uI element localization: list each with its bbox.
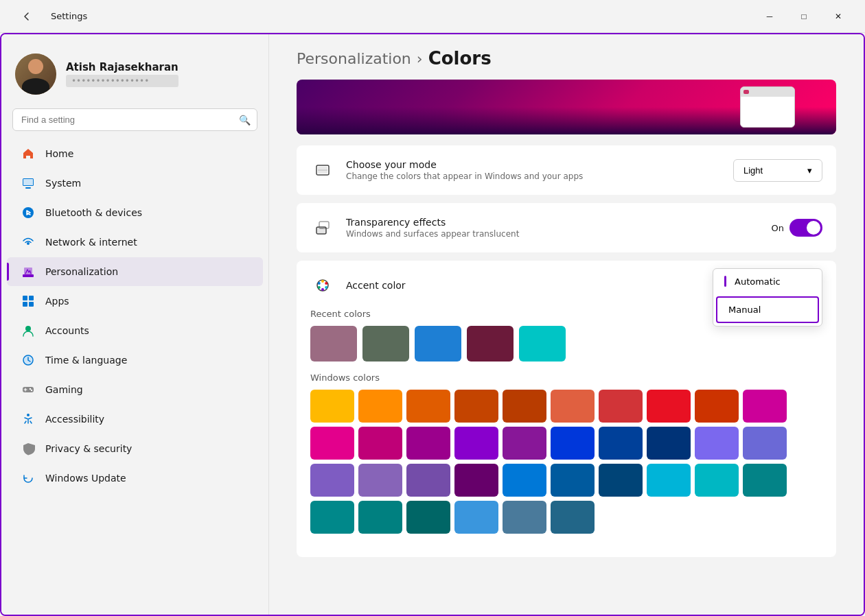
win-swatch-7[interactable] xyxy=(647,390,691,423)
svg-point-10 xyxy=(25,326,31,331)
page-header: Personalization › Colors xyxy=(269,34,864,80)
transparency-toggle[interactable] xyxy=(789,219,822,237)
win-swatch-13[interactable] xyxy=(454,427,498,460)
win-swatch-19[interactable] xyxy=(743,427,787,460)
win-swatch-34[interactable] xyxy=(503,501,546,534)
minimize-button[interactable]: ─ xyxy=(754,5,785,27)
recent-swatch-0[interactable] xyxy=(310,326,357,362)
win-swatch-5[interactable] xyxy=(551,390,595,423)
windows-colors-section: Windows colors xyxy=(310,372,822,534)
sidebar-item-label-update: Windows Update xyxy=(45,473,126,484)
win-swatch-10[interactable] xyxy=(310,427,354,460)
recent-swatch-1[interactable] xyxy=(362,326,409,362)
win-swatch-12[interactable] xyxy=(406,427,450,460)
win-swatch-35[interactable] xyxy=(551,501,595,534)
svg-point-14 xyxy=(31,390,32,391)
win-swatch-30[interactable] xyxy=(310,501,354,534)
sidebar-item-label-accounts: Accounts xyxy=(45,325,89,336)
update-icon xyxy=(21,471,36,486)
theme-preview xyxy=(297,80,836,134)
sidebar-item-accounts[interactable]: Accounts xyxy=(7,316,263,345)
toggle-label: On xyxy=(772,223,784,233)
win-swatch-22[interactable] xyxy=(406,464,450,497)
sidebar-item-privacy[interactable]: Privacy & security xyxy=(7,434,263,463)
sidebar-item-label-system: System xyxy=(45,178,81,189)
recent-colors-grid xyxy=(310,326,822,362)
win-swatch-8[interactable] xyxy=(695,390,739,423)
time-icon xyxy=(21,353,36,368)
win-swatch-18[interactable] xyxy=(695,427,739,460)
dropdown-indicator xyxy=(724,276,726,287)
privacy-icon xyxy=(21,441,36,456)
svg-rect-1 xyxy=(25,187,31,189)
win-swatch-29[interactable] xyxy=(743,464,787,497)
sidebar-item-gaming[interactable]: Gaming xyxy=(7,375,263,404)
win-swatch-27[interactable] xyxy=(647,464,691,497)
accent-option-automatic[interactable]: Automatic xyxy=(713,269,822,294)
win-swatch-17[interactable] xyxy=(647,427,691,460)
win-swatch-14[interactable] xyxy=(503,427,546,460)
win-swatch-3[interactable] xyxy=(454,390,498,423)
svg-point-27 xyxy=(318,286,321,289)
win-swatch-23[interactable] xyxy=(454,464,498,497)
win-swatch-15[interactable] xyxy=(551,427,595,460)
title-bar-controls: ─ □ ✕ xyxy=(754,5,854,27)
user-profile[interactable]: Atish Rajasekharan •••••••••••••••• xyxy=(1,45,268,108)
sidebar-item-label-accessibility: Accessibility xyxy=(45,414,104,425)
back-button[interactable] xyxy=(11,5,43,27)
system-icon xyxy=(21,176,36,191)
win-swatch-6[interactable] xyxy=(599,390,643,423)
mode-dropdown[interactable]: Light ▾ xyxy=(733,159,822,182)
win-swatch-1[interactable] xyxy=(358,390,402,423)
win-swatch-24[interactable] xyxy=(503,464,546,497)
win-swatch-26[interactable] xyxy=(599,464,643,497)
accessibility-icon xyxy=(21,412,36,427)
win-swatch-20[interactable] xyxy=(310,464,354,497)
win-swatch-31[interactable] xyxy=(358,501,402,534)
accent-option-manual[interactable]: Manual xyxy=(716,296,819,323)
sidebar-item-network[interactable]: Network & internet xyxy=(7,228,263,257)
win-swatch-16[interactable] xyxy=(599,427,643,460)
sidebar-item-system[interactable]: System xyxy=(7,169,263,198)
accent-dropdown-menu: Automatic Manual xyxy=(713,268,822,327)
mode-desc: Change the colors that appear in Windows… xyxy=(346,171,733,181)
svg-point-3 xyxy=(23,207,34,218)
sidebar-item-personalization[interactable]: Personalization xyxy=(7,257,263,286)
transparency-card: Transparency effects Windows and surface… xyxy=(297,203,836,252)
win-swatch-2[interactable] xyxy=(406,390,450,423)
sidebar-item-label-time: Time & language xyxy=(45,355,127,366)
svg-point-25 xyxy=(325,286,327,289)
win-swatch-25[interactable] xyxy=(551,464,595,497)
svg-point-15 xyxy=(27,414,30,416)
close-button[interactable]: ✕ xyxy=(822,5,854,27)
sidebar-item-home[interactable]: Home xyxy=(7,139,263,168)
sidebar-item-bluetooth[interactable]: Bluetooth & devices xyxy=(7,198,263,227)
user-info: Atish Rajasekharan •••••••••••••••• xyxy=(66,61,178,87)
windows-colors-grid xyxy=(310,390,822,534)
win-swatch-11[interactable] xyxy=(358,427,402,460)
mode-text: Choose your mode Change the colors that … xyxy=(346,159,733,181)
sidebar-item-time[interactable]: Time & language xyxy=(7,346,263,375)
sidebar-item-accessibility[interactable]: Accessibility xyxy=(7,405,263,434)
maximize-button[interactable]: □ xyxy=(788,5,820,27)
recent-swatch-4[interactable] xyxy=(519,326,566,362)
recent-swatch-2[interactable] xyxy=(415,326,461,362)
win-swatch-4[interactable] xyxy=(503,390,546,423)
sidebar-nav: Home System xyxy=(1,139,268,493)
recent-swatch-3[interactable] xyxy=(467,326,514,362)
win-swatch-28[interactable] xyxy=(695,464,739,497)
win-swatch-32[interactable] xyxy=(406,501,450,534)
sidebar-item-apps[interactable]: Apps xyxy=(7,287,263,316)
search-input[interactable] xyxy=(12,108,257,131)
win-swatch-0[interactable] xyxy=(310,390,354,423)
home-icon xyxy=(21,146,36,161)
win-swatch-21[interactable] xyxy=(358,464,402,497)
win-swatch-33[interactable] xyxy=(454,501,498,534)
sidebar-item-update[interactable]: Windows Update xyxy=(7,464,263,493)
accent-manual-label: Manual xyxy=(728,305,761,315)
window-title: Settings xyxy=(51,11,87,21)
sidebar-item-label-personalization: Personalization xyxy=(45,266,118,277)
win-swatch-9[interactable] xyxy=(743,390,787,423)
mode-dropdown-chevron: ▾ xyxy=(807,165,812,176)
svg-rect-6 xyxy=(23,296,27,300)
